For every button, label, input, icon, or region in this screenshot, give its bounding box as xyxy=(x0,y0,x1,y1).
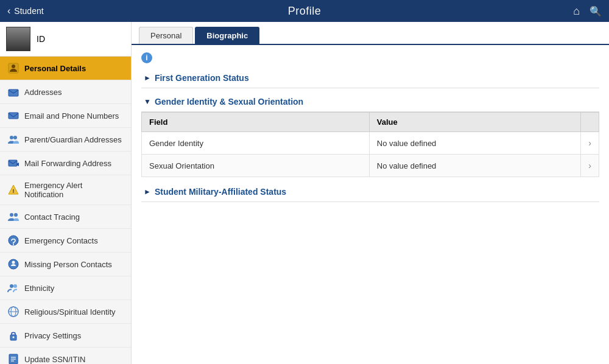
section-title-gender-identity: Gender Identity & Sexual Orientation xyxy=(155,97,303,107)
field-gender-identity: Gender Identity xyxy=(142,132,370,155)
content-body: i ► First Generation Status ▼ Gender Ide… xyxy=(132,45,609,209)
chevron-sexual-orientation[interactable]: › xyxy=(581,155,599,177)
sidebar-item-mail-forwarding[interactable]: Mail Forwarding Address xyxy=(0,152,131,175)
chevron-right-icon: › xyxy=(588,138,591,148)
privacy-settings-icon xyxy=(7,329,19,341)
contact-tracing-icon xyxy=(7,211,19,223)
religious-spiritual-icon xyxy=(7,306,19,318)
section-first-generation[interactable]: ► First Generation Status xyxy=(141,68,599,88)
mail-forwarding-icon xyxy=(7,157,19,169)
table-row[interactable]: Gender Identity No value defined › xyxy=(142,132,599,155)
svg-point-8 xyxy=(10,213,13,217)
emergency-contacts-icon xyxy=(7,234,19,247)
personal-details-icon xyxy=(7,62,19,74)
tab-biographic[interactable]: Biographic xyxy=(195,27,259,44)
sidebar-item-label: Email and Phone Numbers xyxy=(24,111,119,121)
sidebar-item-parent-guardian[interactable]: Parent/Guardian Addresses xyxy=(0,128,131,152)
main-layout: ID Personal Details Addresses xyxy=(0,22,609,364)
top-navigation-bar: ‹ Student Profile ⌂ 🔍 xyxy=(0,0,609,22)
search-icon[interactable]: 🔍 xyxy=(590,5,602,17)
table-row[interactable]: Sexual Orientation No value defined › xyxy=(142,155,599,177)
missing-person-icon xyxy=(7,258,19,270)
sidebar-item-emergency-alert[interactable]: ! Emergency Alert Notification xyxy=(0,175,131,205)
svg-point-20 xyxy=(13,337,15,338)
svg-point-11 xyxy=(13,244,14,245)
sidebar-item-email-phone[interactable]: Email and Phone Numbers xyxy=(0,104,131,128)
sidebar: ID Personal Details Addresses xyxy=(0,22,132,364)
sidebar-item-addresses[interactable]: Addresses xyxy=(0,80,131,104)
col-header-field: Field xyxy=(142,113,370,132)
field-sexual-orientation: Sexual Orientation xyxy=(142,155,370,177)
sidebar-item-personal-details[interactable]: Personal Details xyxy=(0,57,131,80)
chevron-gender-identity[interactable]: › xyxy=(581,132,599,155)
sidebar-item-label: Contact Tracing xyxy=(24,212,80,222)
top-bar-icons: ⌂ 🔍 xyxy=(573,5,602,18)
sidebar-item-label: Addresses xyxy=(24,88,62,97)
sidebar-item-contact-tracing[interactable]: Contact Tracing xyxy=(0,205,131,229)
back-button[interactable]: ‹ Student xyxy=(7,5,44,16)
addresses-icon xyxy=(7,86,19,98)
svg-rect-3 xyxy=(9,113,18,119)
sidebar-item-label: Parent/Guardian Addresses xyxy=(24,135,122,144)
emergency-alert-icon: ! xyxy=(7,184,19,196)
gender-identity-table: Field Value Gender Identity No value def… xyxy=(141,112,599,177)
col-header-value: Value xyxy=(369,113,580,132)
svg-point-5 xyxy=(13,136,17,139)
section-title-military-status: Student Military-Affiliated Status xyxy=(155,187,286,197)
svg-point-1 xyxy=(12,65,15,68)
svg-point-15 xyxy=(13,284,17,288)
sidebar-item-label: Personal Details xyxy=(24,64,86,73)
update-ssn-icon xyxy=(7,353,19,364)
sidebar-item-label: Mail Forwarding Address xyxy=(24,159,111,168)
back-arrow-icon: ‹ xyxy=(7,5,10,16)
sidebar-item-label: Privacy Settings xyxy=(24,331,81,340)
page-title: Profile xyxy=(288,5,322,18)
section-military-status[interactable]: ► Student Military-Affiliated Status xyxy=(141,182,599,202)
svg-point-14 xyxy=(10,284,13,288)
sidebar-profile: ID xyxy=(0,22,131,57)
svg-point-13 xyxy=(12,261,15,264)
col-header-action xyxy=(581,113,599,132)
sidebar-item-religious-spiritual[interactable]: Religious/Spiritual Identity xyxy=(0,300,131,324)
value-gender-identity: No value defined xyxy=(369,132,580,155)
info-icon[interactable]: i xyxy=(141,52,152,63)
ethnicity-icon xyxy=(7,282,19,294)
student-id-label: ID xyxy=(37,34,45,44)
sidebar-item-missing-person[interactable]: Missing Person Contacts xyxy=(0,253,131,276)
tab-bar: Personal Biographic xyxy=(132,22,609,45)
sidebar-item-ethnicity[interactable]: Ethnicity xyxy=(0,276,131,300)
chevron-right-icon: › xyxy=(588,161,591,170)
content-area: Personal Biographic i ► First Generation… xyxy=(132,22,609,364)
sidebar-item-label: Ethnicity xyxy=(24,284,54,293)
sidebar-item-update-ssn[interactable]: Update SSN/ITIN xyxy=(0,348,131,364)
sidebar-item-label: Emergency Alert Notification xyxy=(24,181,124,199)
email-phone-icon xyxy=(7,110,19,122)
section-title-first-generation: First Generation Status xyxy=(155,73,249,83)
sidebar-item-emergency-contacts[interactable]: Emergency Contacts xyxy=(0,229,131,253)
sidebar-item-label: Emergency Contacts xyxy=(24,236,98,245)
sidebar-item-label: Religious/Spiritual Identity xyxy=(24,307,116,317)
svg-point-4 xyxy=(10,136,13,139)
svg-point-9 xyxy=(14,213,18,217)
sidebar-item-privacy-settings[interactable]: Privacy Settings xyxy=(0,324,131,348)
section-gender-identity[interactable]: ▼ Gender Identity & Sexual Orientation xyxy=(141,92,599,112)
svg-text:!: ! xyxy=(13,188,15,194)
value-sexual-orientation: No value defined xyxy=(369,155,580,177)
expand-icon: ► xyxy=(144,187,151,196)
parent-guardian-icon xyxy=(7,133,19,145)
collapse-icon: ▼ xyxy=(144,97,151,106)
sidebar-item-label: Update SSN/ITIN xyxy=(24,355,85,364)
avatar xyxy=(6,27,30,51)
sidebar-item-label: Missing Person Contacts xyxy=(24,260,112,269)
back-label: Student xyxy=(14,6,43,16)
expand-icon: ► xyxy=(144,74,151,82)
home-icon[interactable]: ⌂ xyxy=(573,5,580,18)
svg-rect-6 xyxy=(9,160,17,166)
tab-personal[interactable]: Personal xyxy=(139,27,193,44)
